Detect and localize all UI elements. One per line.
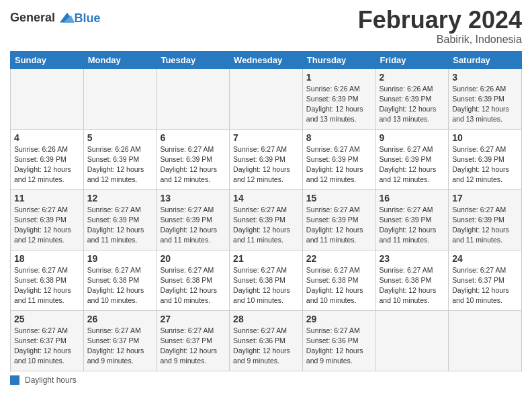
calendar-week-row: 11Sunrise: 6:27 AM Sunset: 6:39 PM Dayli… (11, 189, 522, 250)
page-header: General Blue February 2024 Babirik, Indo… (10, 7, 522, 46)
calendar-cell: 16Sunrise: 6:27 AM Sunset: 6:39 PM Dayli… (375, 189, 449, 250)
day-info: Sunrise: 6:27 AM Sunset: 6:37 PM Dayligh… (452, 265, 518, 306)
day-info: Sunrise: 6:27 AM Sunset: 6:36 PM Dayligh… (233, 326, 299, 367)
day-number: 15 (306, 193, 372, 203)
calendar-cell: 29Sunrise: 6:27 AM Sunset: 6:36 PM Dayli… (302, 310, 375, 371)
calendar-cell: 23Sunrise: 6:27 AM Sunset: 6:38 PM Dayli… (375, 250, 449, 310)
day-number: 22 (306, 253, 372, 264)
calendar-cell: 9Sunrise: 6:27 AM Sunset: 6:39 PM Daylig… (375, 129, 449, 189)
day-info: Sunrise: 6:27 AM Sunset: 6:38 PM Dayligh… (14, 265, 80, 306)
calendar-cell: 18Sunrise: 6:27 AM Sunset: 6:38 PM Dayli… (11, 250, 84, 310)
calendar-cell: 7Sunrise: 6:27 AM Sunset: 6:39 PM Daylig… (230, 129, 303, 189)
day-number: 16 (380, 193, 445, 203)
day-number: 4 (14, 132, 80, 143)
day-number: 3 (452, 72, 518, 83)
logo: General Blue (10, 11, 101, 26)
calendar-week-row: 18Sunrise: 6:27 AM Sunset: 6:38 PM Dayli… (11, 250, 522, 310)
daylight-color-box (10, 375, 19, 385)
day-number: 14 (233, 193, 299, 203)
day-number: 1 (306, 72, 372, 83)
calendar-cell: 19Sunrise: 6:27 AM Sunset: 6:38 PM Dayli… (83, 250, 157, 310)
day-number: 27 (160, 314, 226, 324)
calendar-cell: 1Sunrise: 6:26 AM Sunset: 6:39 PM Daylig… (302, 68, 375, 129)
header-cell-sunday: Sunday (11, 51, 84, 68)
header-cell-thursday: Thursday (302, 51, 375, 68)
day-info: Sunrise: 6:27 AM Sunset: 6:38 PM Dayligh… (233, 265, 299, 306)
day-info: Sunrise: 6:27 AM Sunset: 6:37 PM Dayligh… (14, 326, 80, 367)
day-number: 20 (160, 253, 226, 264)
header-cell-tuesday: Tuesday (157, 51, 230, 68)
day-info: Sunrise: 6:27 AM Sunset: 6:37 PM Dayligh… (87, 326, 153, 367)
calendar-subtitle: Babirik, Indonesia (358, 34, 522, 46)
calendar-cell: 21Sunrise: 6:27 AM Sunset: 6:38 PM Dayli… (230, 250, 303, 310)
calendar-cell: 6Sunrise: 6:27 AM Sunset: 6:39 PM Daylig… (157, 129, 230, 189)
day-number: 28 (233, 314, 299, 324)
day-info: Sunrise: 6:27 AM Sunset: 6:39 PM Dayligh… (87, 205, 153, 246)
calendar-footer: Daylight hours (10, 375, 522, 385)
calendar-cell: 10Sunrise: 6:27 AM Sunset: 6:39 PM Dayli… (449, 129, 522, 189)
header-cell-monday: Monday (83, 51, 157, 68)
day-info: Sunrise: 6:27 AM Sunset: 6:39 PM Dayligh… (14, 205, 80, 246)
calendar-cell: 27Sunrise: 6:27 AM Sunset: 6:37 PM Dayli… (157, 310, 230, 371)
calendar-cell (83, 68, 157, 129)
day-info: Sunrise: 6:27 AM Sunset: 6:39 PM Dayligh… (160, 205, 226, 246)
title-area: February 2024 Babirik, Indonesia (358, 7, 522, 46)
calendar-cell (230, 68, 303, 129)
calendar-cell: 17Sunrise: 6:27 AM Sunset: 6:39 PM Dayli… (449, 189, 522, 250)
day-number: 11 (14, 193, 80, 203)
day-number: 5 (87, 132, 153, 143)
day-number: 25 (14, 314, 80, 324)
day-number: 8 (306, 132, 372, 143)
calendar-cell: 24Sunrise: 6:27 AM Sunset: 6:37 PM Dayli… (449, 250, 522, 310)
calendar-week-row: 25Sunrise: 6:27 AM Sunset: 6:37 PM Dayli… (11, 310, 522, 371)
day-info: Sunrise: 6:27 AM Sunset: 6:39 PM Dayligh… (380, 144, 445, 185)
day-number: 2 (380, 72, 445, 83)
day-info: Sunrise: 6:26 AM Sunset: 6:39 PM Dayligh… (87, 144, 153, 185)
day-number: 9 (380, 132, 445, 143)
calendar-week-row: 4Sunrise: 6:26 AM Sunset: 6:39 PM Daylig… (11, 129, 522, 189)
header-cell-friday: Friday (375, 51, 449, 68)
day-info: Sunrise: 6:27 AM Sunset: 6:38 PM Dayligh… (306, 265, 372, 306)
day-number: 29 (306, 314, 372, 324)
calendar-cell: 22Sunrise: 6:27 AM Sunset: 6:38 PM Dayli… (302, 250, 375, 310)
logo-text-blue: Blue (75, 11, 101, 25)
day-info: Sunrise: 6:27 AM Sunset: 6:39 PM Dayligh… (306, 144, 372, 185)
calendar-title: February 2024 (358, 7, 522, 34)
day-info: Sunrise: 6:26 AM Sunset: 6:39 PM Dayligh… (380, 84, 445, 125)
header-cell-saturday: Saturday (449, 51, 522, 68)
calendar-cell: 2Sunrise: 6:26 AM Sunset: 6:39 PM Daylig… (375, 68, 449, 129)
day-number: 7 (233, 132, 299, 143)
day-number: 23 (380, 253, 445, 264)
day-info: Sunrise: 6:27 AM Sunset: 6:38 PM Dayligh… (380, 265, 445, 306)
logo-icon (60, 11, 75, 26)
calendar-header: SundayMondayTuesdayWednesdayThursdayFrid… (11, 51, 522, 68)
calendar-cell: 25Sunrise: 6:27 AM Sunset: 6:37 PM Dayli… (11, 310, 84, 371)
calendar-body: 1Sunrise: 6:26 AM Sunset: 6:39 PM Daylig… (11, 68, 522, 371)
calendar-cell: 13Sunrise: 6:27 AM Sunset: 6:39 PM Dayli… (157, 189, 230, 250)
calendar-cell: 15Sunrise: 6:27 AM Sunset: 6:39 PM Dayli… (302, 189, 375, 250)
day-info: Sunrise: 6:26 AM Sunset: 6:39 PM Dayligh… (14, 144, 80, 185)
calendar-cell: 11Sunrise: 6:27 AM Sunset: 6:39 PM Dayli… (11, 189, 84, 250)
day-info: Sunrise: 6:27 AM Sunset: 6:38 PM Dayligh… (160, 265, 226, 306)
calendar-cell: 4Sunrise: 6:26 AM Sunset: 6:39 PM Daylig… (11, 129, 84, 189)
calendar-cell: 20Sunrise: 6:27 AM Sunset: 6:38 PM Dayli… (157, 250, 230, 310)
logo-text-general: General (10, 11, 55, 24)
day-info: Sunrise: 6:26 AM Sunset: 6:39 PM Dayligh… (452, 84, 518, 125)
calendar-cell (11, 68, 84, 129)
calendar-cell: 28Sunrise: 6:27 AM Sunset: 6:36 PM Dayli… (230, 310, 303, 371)
day-info: Sunrise: 6:27 AM Sunset: 6:39 PM Dayligh… (452, 205, 518, 246)
header-row: SundayMondayTuesdayWednesdayThursdayFrid… (11, 51, 522, 68)
calendar-cell: 12Sunrise: 6:27 AM Sunset: 6:39 PM Dayli… (83, 189, 157, 250)
day-info: Sunrise: 6:26 AM Sunset: 6:39 PM Dayligh… (306, 84, 372, 125)
day-number: 26 (87, 314, 153, 324)
day-info: Sunrise: 6:27 AM Sunset: 6:37 PM Dayligh… (160, 326, 226, 367)
day-number: 10 (452, 132, 518, 143)
calendar-cell (375, 310, 449, 371)
day-info: Sunrise: 6:27 AM Sunset: 6:39 PM Dayligh… (452, 144, 518, 185)
calendar-week-row: 1Sunrise: 6:26 AM Sunset: 6:39 PM Daylig… (11, 68, 522, 129)
day-info: Sunrise: 6:27 AM Sunset: 6:39 PM Dayligh… (380, 205, 445, 246)
calendar-cell: 26Sunrise: 6:27 AM Sunset: 6:37 PM Dayli… (83, 310, 157, 371)
day-info: Sunrise: 6:27 AM Sunset: 6:39 PM Dayligh… (233, 144, 299, 185)
header-cell-wednesday: Wednesday (230, 51, 303, 68)
day-number: 13 (160, 193, 226, 203)
